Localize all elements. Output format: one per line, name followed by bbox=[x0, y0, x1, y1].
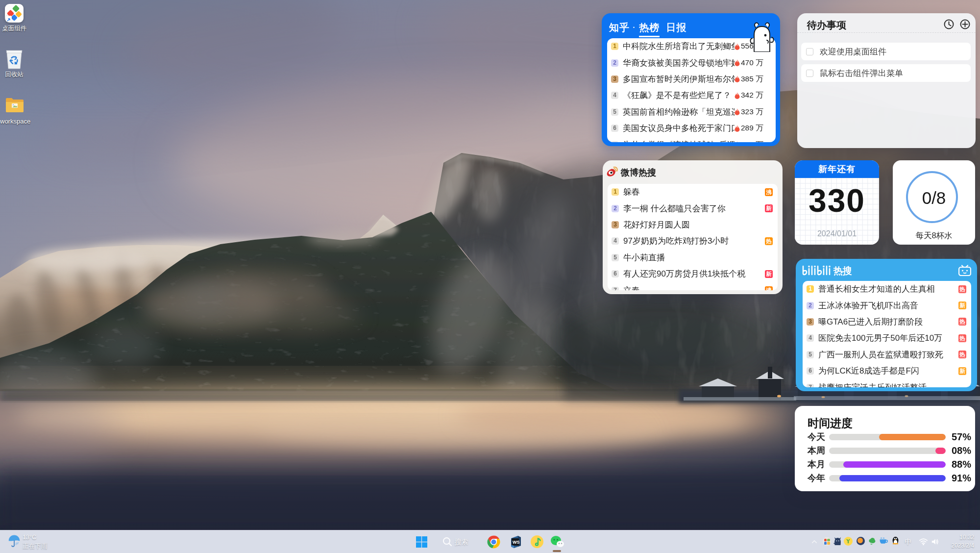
svg-text:热搜: 热搜 bbox=[833, 266, 852, 276]
svg-text:WS: WS bbox=[513, 540, 520, 545]
